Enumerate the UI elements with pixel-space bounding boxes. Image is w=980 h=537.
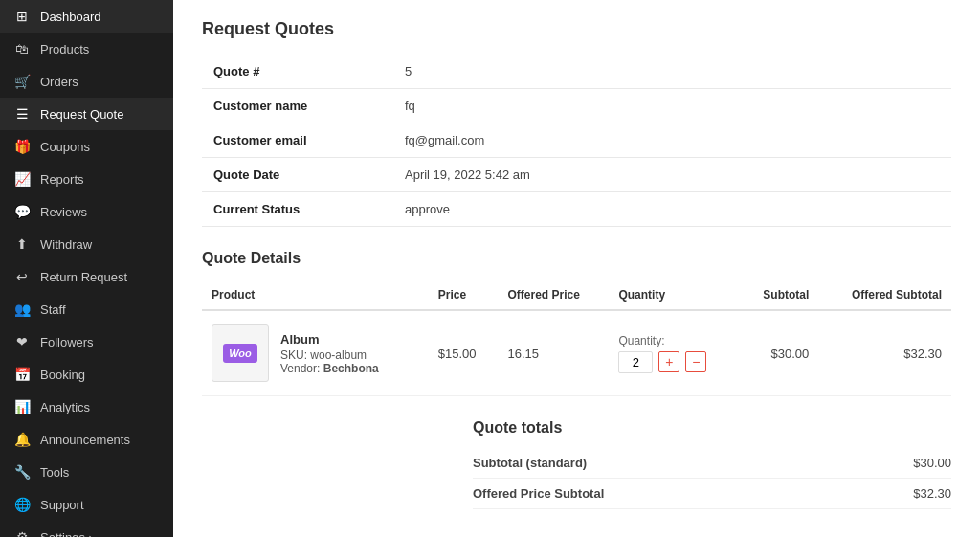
product-vendor: Vendor: Bechbona bbox=[280, 362, 379, 375]
staff-icon: 👥 bbox=[13, 302, 31, 317]
sidebar-item-label: Products bbox=[40, 42, 89, 56]
sidebar-item-label: Followers bbox=[40, 335, 94, 349]
sidebar-item-dashboard[interactable]: ⊞ Dashboard bbox=[0, 0, 173, 33]
sidebar-item-label: Reports bbox=[40, 172, 84, 187]
withdraw-icon: ⬆ bbox=[13, 236, 31, 252]
totals-row-offered: Offered Price Subtotal $32.30 bbox=[473, 479, 951, 509]
sidebar-item-request-quote[interactable]: ☰ Request Quote bbox=[0, 98, 173, 130]
product-offered-subtotal: $32.30 bbox=[818, 310, 951, 396]
booking-icon: 📅 bbox=[13, 367, 31, 382]
return-request-icon: ↩ bbox=[13, 269, 31, 284]
sidebar-item-tools[interactable]: 🔧 Tools bbox=[0, 456, 173, 488]
analytics-icon: 📊 bbox=[13, 399, 31, 414]
sidebar-item-label: Dashboard bbox=[40, 10, 101, 24]
orders-icon: 🛒 bbox=[13, 74, 31, 89]
product-row: Woo Album SKU: woo-album Vendor: Bechbon… bbox=[202, 310, 951, 396]
sidebar-item-analytics[interactable]: 📊 Analytics bbox=[0, 391, 173, 423]
sidebar-item-products[interactable]: 🛍 Products bbox=[0, 33, 173, 65]
sidebar-item-announcements[interactable]: 🔔 Announcements bbox=[0, 423, 173, 456]
info-value-quote-number: 5 bbox=[393, 55, 951, 89]
col-offered-subtotal: Offered Subtotal bbox=[818, 280, 951, 310]
product-thumbnail: Woo bbox=[212, 324, 269, 382]
info-row-quote-date: Quote Date April 19, 2022 5:42 am bbox=[202, 158, 951, 192]
page-title: Request Quotes bbox=[202, 19, 951, 39]
quote-totals-section: Quote totals Subtotal (standard) $30.00 … bbox=[473, 419, 951, 509]
totals-value-subtotal: $30.00 bbox=[913, 456, 951, 470]
totals-label-subtotal: Subtotal (standard) bbox=[473, 456, 587, 470]
product-price: $15.00 bbox=[429, 310, 499, 396]
sidebar-item-label: Staff bbox=[40, 302, 66, 317]
sidebar-item-label: Reviews bbox=[40, 205, 87, 219]
products-icon: 🛍 bbox=[13, 41, 31, 56]
info-value-customer-email: fq@gmail.com bbox=[393, 123, 951, 158]
col-quantity: Quantity bbox=[609, 280, 739, 310]
sidebar-item-staff[interactable]: 👥 Staff bbox=[0, 293, 173, 325]
quantity-input[interactable] bbox=[618, 351, 653, 373]
announcements-icon: 🔔 bbox=[13, 432, 31, 447]
quantity-label: Quantity: bbox=[618, 334, 729, 347]
sidebar-item-reports[interactable]: 📈 Reports bbox=[0, 163, 173, 195]
product-subtotal: $30.00 bbox=[740, 310, 819, 396]
sidebar-item-label: Analytics bbox=[40, 400, 90, 414]
settings-icon: ⚙ bbox=[13, 529, 31, 537]
product-info: Album SKU: woo-album Vendor: Bechbona bbox=[280, 332, 379, 375]
quantity-decrease-button[interactable]: − bbox=[685, 351, 706, 372]
totals-row-subtotal: Subtotal (standard) $30.00 bbox=[473, 448, 951, 479]
sidebar-item-label: Return Request bbox=[40, 270, 127, 284]
request-quote-icon: ☰ bbox=[13, 106, 31, 122]
sidebar-item-label: Settings › bbox=[40, 530, 93, 538]
support-icon: 🌐 bbox=[13, 497, 31, 512]
sidebar-item-label: Request Quote bbox=[40, 107, 123, 122]
info-value-quote-date: April 19, 2022 5:42 am bbox=[393, 158, 951, 192]
info-label-customer-email: Customer email bbox=[202, 123, 393, 158]
tools-icon: 🔧 bbox=[13, 464, 31, 480]
product-offered-price: 16.15 bbox=[498, 310, 609, 396]
followers-icon: ❤ bbox=[13, 334, 31, 349]
sidebar-item-return-request[interactable]: ↩ Return Request bbox=[0, 260, 173, 293]
quantity-control: + − bbox=[618, 351, 729, 373]
info-row-customer-name: Customer name fq bbox=[202, 89, 951, 123]
totals-title: Quote totals bbox=[473, 419, 951, 436]
sidebar-item-support[interactable]: 🌐 Support bbox=[0, 488, 173, 521]
totals-label-offered: Offered Price Subtotal bbox=[473, 486, 604, 501]
info-row-status: Current Status approve bbox=[202, 192, 951, 227]
sidebar: ⊞ Dashboard 🛍 Products 🛒 Orders ☰ Reques… bbox=[0, 0, 173, 537]
product-name: Album bbox=[280, 332, 379, 347]
sidebar-item-reviews[interactable]: 💬 Reviews bbox=[0, 195, 173, 228]
action-row: ➔ Convert to Order bbox=[202, 528, 951, 537]
sidebar-item-label: Withdraw bbox=[40, 237, 92, 252]
info-value-status: approve bbox=[393, 192, 951, 227]
info-value-customer-name: fq bbox=[393, 89, 951, 123]
col-subtotal: Subtotal bbox=[740, 280, 819, 310]
quote-info-table: Quote # 5 Customer name fq Customer emai… bbox=[202, 55, 951, 227]
col-offered-price: Offered Price bbox=[498, 280, 609, 310]
info-row-customer-email: Customer email fq@gmail.com bbox=[202, 123, 951, 158]
sidebar-item-label: Coupons bbox=[40, 140, 90, 154]
info-label-status: Current Status bbox=[202, 192, 393, 227]
sidebar-item-orders[interactable]: 🛒 Orders bbox=[0, 65, 173, 98]
sidebar-item-settings[interactable]: ⚙ Settings › bbox=[0, 521, 173, 537]
info-row-quote-number: Quote # 5 bbox=[202, 55, 951, 89]
sidebar-item-withdraw[interactable]: ⬆ Withdraw bbox=[0, 228, 173, 260]
quantity-increase-button[interactable]: + bbox=[658, 351, 679, 372]
reviews-icon: 💬 bbox=[13, 204, 31, 219]
col-product: Product bbox=[202, 280, 429, 310]
quote-details-title: Quote Details bbox=[202, 250, 951, 267]
info-label-customer-name: Customer name bbox=[202, 89, 393, 123]
info-label-quote-date: Quote Date bbox=[202, 158, 393, 192]
totals-value-offered: $32.30 bbox=[913, 486, 951, 501]
reports-icon: 📈 bbox=[13, 171, 31, 187]
main-content: Request Quotes Quote # 5 Customer name f… bbox=[173, 0, 980, 537]
woo-logo: Woo bbox=[223, 344, 257, 363]
product-quantity-cell: Quantity: + − bbox=[609, 310, 739, 396]
sidebar-item-coupons[interactable]: 🎁 Coupons bbox=[0, 130, 173, 163]
sidebar-item-label: Orders bbox=[40, 75, 78, 89]
col-price: Price bbox=[429, 280, 499, 310]
sidebar-item-followers[interactable]: ❤ Followers bbox=[0, 325, 173, 358]
quote-details-table: Product Price Offered Price Quantity Sub… bbox=[202, 280, 951, 396]
sidebar-item-booking[interactable]: 📅 Booking bbox=[0, 358, 173, 391]
info-label-quote-number: Quote # bbox=[202, 55, 393, 89]
sidebar-item-label: Announcements bbox=[40, 433, 130, 447]
sidebar-item-label: Tools bbox=[40, 465, 69, 480]
sidebar-item-label: Support bbox=[40, 498, 84, 512]
